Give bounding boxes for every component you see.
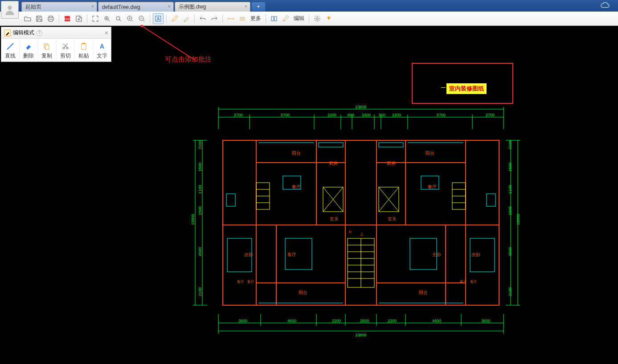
new-tab-button[interactable]: + (251, 2, 266, 12)
gear-icon[interactable] (312, 13, 323, 24)
drawing-title-box: 室内装修图纸 (412, 63, 513, 104)
svg-text:玄关: 玄关 (330, 217, 339, 221)
floor-plan: 23800 2700570022008001800500220057002700… (192, 105, 521, 341)
tool-copy[interactable]: 复制 (38, 39, 56, 61)
tool-paste[interactable]: 粘贴 (75, 39, 93, 61)
zoom-window-icon[interactable] (102, 13, 112, 24)
svg-text:2600: 2600 (360, 319, 369, 323)
separator (309, 14, 309, 23)
layers-icon[interactable] (237, 13, 248, 24)
svg-text:2700: 2700 (234, 113, 243, 117)
svg-text:2100: 2100 (508, 287, 512, 296)
svg-text:PDF: PDF (65, 18, 70, 20)
panel-title: 编辑模式 (13, 29, 34, 37)
svg-text:3600: 3600 (481, 319, 490, 323)
paste-icon (75, 41, 93, 51)
svg-text:800: 800 (348, 113, 354, 117)
svg-rect-126 (379, 143, 403, 147)
svg-text:23800: 23800 (355, 333, 366, 337)
svg-point-14 (66, 47, 68, 49)
svg-text:2200: 2200 (327, 113, 336, 117)
svg-text:2200: 2200 (388, 319, 397, 323)
eraser-icon (20, 41, 37, 51)
pan-icon[interactable] (113, 13, 124, 24)
help-icon[interactable]: ? (36, 30, 42, 36)
tool-label: 复制 (41, 53, 52, 59)
tool-label: 剪切 (60, 53, 71, 59)
svg-text:2200: 2200 (332, 319, 341, 323)
open-icon[interactable] (22, 13, 33, 24)
close-icon[interactable]: × (105, 29, 108, 37)
text-annotation-icon[interactable]: A (153, 13, 164, 24)
tab-bar: 起始页 × defaultTree.dwg × 示例图.dwg × + (0, 0, 618, 12)
svg-rect-15 (82, 44, 86, 49)
tool-line[interactable]: 直线 (1, 39, 20, 61)
svg-text:2100: 2100 (198, 140, 202, 149)
close-icon[interactable]: × (245, 4, 247, 9)
copy-icon (38, 41, 56, 51)
tab-example[interactable]: 示例图.dwg × (175, 2, 250, 12)
svg-rect-124 (487, 194, 495, 206)
vip-icon[interactable] (323, 13, 334, 24)
separator (87, 14, 87, 23)
svg-text:4600: 4600 (432, 319, 441, 323)
zoom-in-icon[interactable] (125, 13, 135, 24)
tool-cut[interactable]: 剪切 (57, 39, 75, 61)
user-avatar[interactable] (1, 1, 19, 19)
measure-icon[interactable] (225, 13, 236, 24)
svg-point-0 (8, 6, 12, 10)
svg-rect-12 (45, 45, 49, 49)
svg-text:2100: 2100 (508, 140, 512, 149)
close-icon[interactable]: × (91, 4, 94, 9)
tab-defaulttree[interactable]: defaultTree.dwg × (98, 2, 174, 12)
undo-icon[interactable] (197, 13, 208, 24)
svg-text:客厅: 客厅 (237, 280, 244, 284)
close-icon[interactable]: × (168, 4, 171, 9)
svg-text:4500: 4500 (508, 247, 512, 256)
zoom-out-icon[interactable] (136, 13, 147, 24)
svg-text:主卧: 主卧 (432, 252, 441, 257)
svg-text:5700: 5700 (281, 113, 290, 117)
zoom-extent-icon[interactable] (90, 13, 101, 24)
svg-text:客厅: 客厅 (247, 280, 254, 284)
tool-label: 删除 (23, 53, 34, 59)
svg-text:次卧: 次卧 (471, 252, 480, 257)
separator (59, 14, 59, 23)
separator (222, 14, 223, 23)
svg-text:阳台: 阳台 (419, 290, 428, 295)
svg-text:1100: 1100 (508, 185, 512, 194)
svg-point-9 (316, 18, 318, 20)
svg-text:客厅: 客厅 (470, 280, 477, 284)
tab-label: 示例图.dwg (179, 3, 206, 11)
more-label[interactable]: 更多 (249, 15, 263, 22)
panel-header: 编辑模式 ? × (1, 27, 111, 39)
scissors-icon (57, 41, 74, 51)
svg-text:2200: 2200 (392, 113, 401, 117)
save-icon[interactable] (34, 13, 45, 24)
svg-text:D: D (349, 230, 352, 234)
svg-text:A: A (157, 16, 160, 21)
highlight-icon[interactable] (181, 13, 192, 24)
book-icon[interactable] (269, 13, 279, 24)
tool-delete[interactable]: 删除 (20, 39, 38, 61)
text-icon: A (93, 41, 111, 51)
svg-text:13800: 13800 (192, 214, 195, 225)
redo-icon[interactable] (209, 13, 220, 24)
pdf-icon[interactable]: PDF (62, 13, 73, 24)
main-toolbar: PDF A 更多 编辑 (0, 12, 618, 26)
svg-point-13 (63, 47, 65, 49)
tab-start[interactable]: 起始页 × (21, 2, 97, 12)
svg-point-4 (116, 16, 120, 20)
cloud-icon[interactable] (600, 2, 610, 10)
edit-label[interactable]: 编辑 (292, 15, 306, 22)
export-icon[interactable] (74, 13, 84, 24)
pencil-icon[interactable] (169, 13, 180, 24)
print-icon[interactable] (45, 13, 56, 24)
svg-text:餐厅: 餐厅 (428, 184, 437, 189)
svg-text:1500: 1500 (198, 163, 202, 172)
svg-text:5700: 5700 (437, 113, 446, 117)
svg-text:客厅: 客厅 (287, 252, 296, 257)
separator (194, 14, 195, 23)
tool-text[interactable]: A 文字 (93, 39, 111, 61)
edit-pencil-icon[interactable] (280, 13, 291, 24)
